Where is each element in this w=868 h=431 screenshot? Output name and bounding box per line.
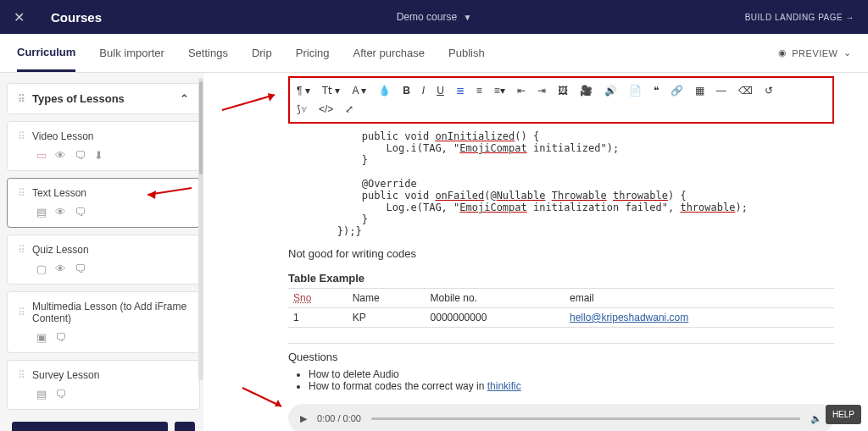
lesson-name: Video Lesson (32, 130, 94, 142)
embed-button[interactable]: ⟆⟇ (297, 103, 307, 115)
collapse-icon[interactable]: ⌃ (180, 92, 189, 105)
highlight-button[interactable]: 💧 (378, 85, 391, 97)
audio-button[interactable]: 🔊 (604, 85, 617, 97)
list-item: How to format codes the correct way in t… (309, 380, 834, 392)
tab-drip[interactable]: Drip (252, 36, 272, 70)
caret-down-icon: ▼ (463, 13, 471, 22)
comment-icon[interactable]: 🗨 (75, 149, 86, 162)
indent-button[interactable]: ⇥ (537, 85, 546, 97)
tab-after-purchase[interactable]: After purchase (353, 36, 426, 70)
play-icon[interactable]: ▶ (300, 413, 307, 424)
table-button[interactable]: ▦ (695, 85, 704, 97)
preview-button[interactable]: ◉ PREVIEW (778, 47, 851, 58)
bullet-list-button[interactable]: ≣ (456, 85, 465, 97)
paragraph-format-button[interactable]: ¶ ▾ (297, 85, 310, 97)
list-item: How to delete Audio (309, 368, 834, 380)
tab-publish[interactable]: Publish (448, 36, 485, 70)
eye-icon[interactable]: 👁 (55, 206, 66, 218)
build-landing-page-button[interactable]: BUILD LANDING PAGE → (745, 13, 854, 22)
lesson-name: Text Lesson (32, 187, 86, 199)
comment-icon[interactable]: 🗨 (55, 388, 66, 401)
lesson-item-text[interactable]: ⠿Text Lesson ▤ 👁 🗨 (7, 178, 200, 228)
font-size-button[interactable]: T𝗍 ▾ (322, 85, 341, 97)
svg-line-2 (242, 388, 281, 406)
comment-icon[interactable]: 🗨 (75, 206, 86, 218)
audio-player[interactable]: ▶ 0:00 / 0:00 🔈 (288, 404, 834, 431)
drag-handle-icon[interactable]: ⠿ (18, 93, 25, 105)
lesson-name: Quiz Lesson (32, 244, 89, 256)
audio-track[interactable] (371, 417, 800, 420)
thinkific-link[interactable]: thinkific (487, 380, 521, 392)
download-icon[interactable]: ⬇ (94, 149, 103, 162)
hr-button[interactable]: — (716, 85, 726, 97)
drag-handle-icon[interactable]: ⠿ (18, 187, 25, 199)
eye-icon[interactable]: 👁 (55, 149, 66, 162)
table-cell: 0000000000 (426, 308, 565, 328)
table-cell: 1 (288, 308, 348, 328)
code-view-button[interactable]: </> (319, 103, 333, 115)
help-button[interactable]: HELP (826, 405, 861, 424)
quote-button[interactable]: ❝ (654, 85, 659, 97)
eye-icon: ◉ (778, 47, 787, 58)
preview-label: PREVIEW (792, 48, 837, 58)
lesson-item-video[interactable]: ⠿Video Lesson ▭ 👁 🗨 ⬇ (7, 121, 200, 171)
font-color-button[interactable]: A ▾ (352, 85, 366, 97)
survey-icon: ▤ (36, 388, 47, 401)
undo-button[interactable]: ↺ (765, 85, 773, 97)
file-button[interactable]: 📄 (629, 85, 642, 97)
numbered-list-button[interactable]: ≡ (476, 85, 482, 97)
multimedia-icon: ▣ (36, 331, 47, 344)
chevron-down-icon (843, 47, 852, 58)
image-button[interactable]: 🖼 (558, 85, 568, 97)
rich-text-toolbar: ¶ ▾ T𝗍 ▾ A ▾ 💧 B I U ≣ ≡ ≡▾ ⇤ ⇥ 🖼 🎥 🔊 📄 … (288, 76, 834, 124)
svg-line-0 (222, 95, 275, 110)
drag-handle-icon[interactable]: ⠿ (18, 307, 25, 318)
course-selector[interactable]: Demo course ▼ (397, 11, 472, 23)
outdent-button[interactable]: ⇤ (517, 85, 526, 97)
svg-marker-3 (275, 400, 281, 406)
link-button[interactable]: 🔗 (670, 85, 683, 97)
drag-handle-icon[interactable]: ⠿ (18, 244, 25, 256)
volume-icon[interactable]: 🔈 (810, 413, 822, 424)
annotation-arrow (242, 388, 288, 414)
audio-time: 0:00 / 0:00 (317, 413, 361, 423)
drag-handle-icon[interactable]: ⠿ (18, 130, 25, 142)
table-header: email (565, 289, 834, 308)
lesson-item-multimedia[interactable]: ⠿Multimedia Lesson (to Add iFrame Conten… (7, 291, 200, 353)
editor-note[interactable]: Not good for writing codes (288, 247, 834, 260)
eraser-button[interactable]: ⌫ (738, 85, 753, 97)
lesson-item-quiz[interactable]: ⠿Quiz Lesson ▢ 👁 🗨 (7, 235, 200, 285)
tab-bulk-importer[interactable]: Bulk importer (99, 36, 164, 70)
align-left-button[interactable]: ≡▾ (494, 85, 505, 97)
text-icon: ▤ (36, 206, 47, 218)
course-selector-label: Demo course (397, 11, 457, 23)
questions-heading: Questions (288, 351, 834, 363)
bold-button[interactable]: B (403, 85, 410, 97)
comment-icon[interactable]: 🗨 (75, 262, 86, 275)
close-icon[interactable]: ✕ (14, 9, 27, 25)
sidebar: ⠿ Types of Lessons ⌃ ⠿Video Lesson ▭ 👁 🗨… (0, 73, 203, 431)
example-table[interactable]: Sno Name Mobile no. email 1 KP 000000000… (288, 288, 834, 328)
code-block[interactable]: public void onInitialized() { Log.i(TAG,… (288, 130, 834, 237)
fullscreen-button[interactable]: ⤢ (345, 103, 353, 115)
drag-handle-icon[interactable]: ⠿ (18, 369, 25, 381)
sidebar-section-header[interactable]: ⠿ Types of Lessons ⌃ (7, 83, 200, 114)
video-button[interactable]: 🎥 (580, 85, 593, 97)
sidebar-section-title: Types of Lessons (32, 92, 125, 105)
table-header: Sno (288, 289, 348, 308)
italic-button[interactable]: I (422, 85, 425, 97)
editor-content: ¶ ▾ T𝗍 ▾ A ▾ 💧 B I U ≣ ≡ ≡▾ ⇤ ⇥ 🖼 🎥 🔊 📄 … (203, 73, 868, 431)
questions-list: How to delete Audio How to format codes … (309, 368, 834, 392)
email-link[interactable]: hello@kripeshadwani.com (570, 312, 688, 323)
underline-button[interactable]: U (437, 85, 444, 97)
tab-curriculum[interactable]: Curriculum (17, 35, 75, 72)
tab-pricing[interactable]: Pricing (296, 36, 330, 70)
more-options-button[interactable]: ⋮ (175, 422, 195, 431)
add-chapter-button[interactable]: ADD CHAPTER (12, 422, 168, 431)
eye-icon[interactable]: 👁 (55, 262, 66, 275)
comment-icon[interactable]: 🗨 (55, 331, 66, 344)
table-header: Mobile no. (426, 289, 565, 308)
divider (288, 343, 834, 344)
tab-settings[interactable]: Settings (188, 36, 228, 70)
lesson-item-survey[interactable]: ⠿Survey Lesson ▤ 🗨 (7, 360, 200, 410)
